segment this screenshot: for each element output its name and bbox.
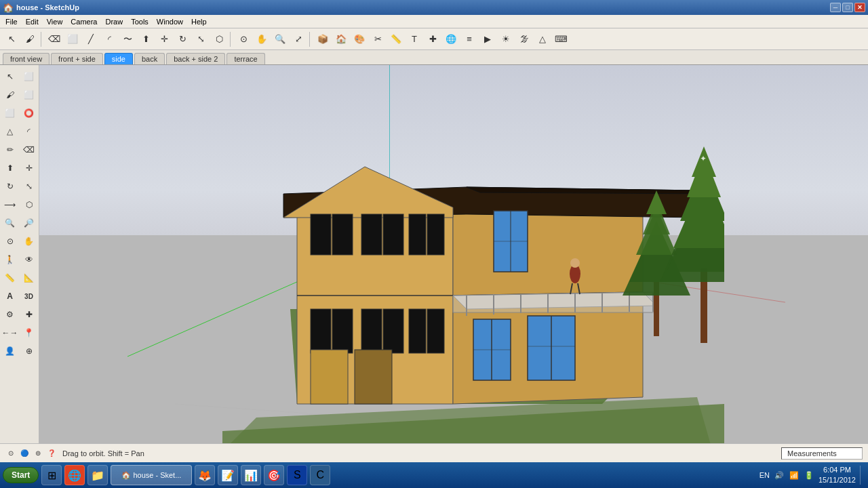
select-tool[interactable]: ↖ [3,30,20,48]
lt-pencil[interactable]: ✏ [1,141,19,159]
lt-text[interactable]: A [1,287,19,305]
viewport[interactable]: ✦ [39,65,868,443]
taskbar-cadsoft[interactable]: C [310,465,330,485]
paint-tool[interactable]: 🖌 [21,30,39,48]
lt-angle[interactable]: 📐 [20,269,38,287]
close-button[interactable]: ✕ [854,3,865,12]
eraser-tool[interactable]: ⌫ [45,30,63,48]
taskbar-icon-winexplorer[interactable]: ⊞ [41,465,62,485]
lt-offset[interactable]: ⬡ [20,196,38,214]
scale-tool[interactable]: ⤡ [192,30,210,48]
start-button[interactable]: Start [3,467,39,483]
taskbar-skype[interactable]: S [287,465,307,485]
menu-help[interactable]: Help [187,16,211,27]
zoom-tool[interactable]: 🔍 [271,30,289,48]
arc-tool[interactable]: ◜ [100,30,118,48]
taskbar-icon-explorer[interactable]: 📁 [87,465,108,485]
menu-edit[interactable]: Edit [22,16,43,27]
lt-move[interactable]: ✛ [20,159,38,177]
tab-front-side[interactable]: front + side [51,53,103,64]
freehand-tool[interactable]: 〜 [119,30,136,48]
lt-section[interactable]: ⚙ [1,306,19,323]
taskbar-icon-ie[interactable]: 🌐 [64,465,85,485]
lt-select[interactable]: ↖ [1,68,19,85]
menu-window[interactable]: Window [153,16,187,27]
scenes-btn[interactable]: ▶ [479,30,496,48]
taskbar-show-desktop[interactable] [860,466,863,485]
lt-paint-sub[interactable]: ⬜ [20,86,38,104]
tab-front-view[interactable]: front view [3,53,50,64]
maximize-button[interactable]: □ [842,3,853,12]
move-tool[interactable]: ✛ [155,30,173,48]
lt-select-sub[interactable]: ⬜ [20,68,38,85]
lt-arc[interactable]: ◜ [20,123,38,140]
make-component[interactable]: 📦 [314,30,332,48]
pan-tool[interactable]: ✋ [253,30,271,48]
rect-tool[interactable]: ⬜ [64,30,81,48]
lt-follow[interactable]: ⟶ [1,196,19,214]
lt-triangle[interactable]: △ [1,123,19,140]
tab-side[interactable]: side [104,53,133,64]
menu-file[interactable]: File [1,16,22,27]
status-icon-1[interactable]: ⊙ [5,448,16,459]
dimensions-btn[interactable]: 📏 [387,30,405,48]
status-icon-2[interactable]: 🔵 [19,448,30,459]
taskbar-battery[interactable]: 🔋 [804,470,814,481]
fog-btn[interactable]: 🌫 [515,30,533,48]
lt-person[interactable]: 👤 [1,342,19,360]
lt-sandbox[interactable]: ⊕ [20,342,38,360]
menu-view[interactable]: View [43,16,67,27]
ruby-console-btn[interactable]: ⌨ [552,30,570,48]
taskbar-network[interactable]: 📶 [789,470,800,481]
line-tool[interactable]: ╱ [82,30,100,48]
lt-pan[interactable]: ✋ [20,232,38,250]
sections-btn[interactable]: ✂ [369,30,387,48]
tab-terrace[interactable]: terrace [226,53,264,64]
facecount-btn[interactable]: △ [534,30,551,48]
lt-zoom-in[interactable]: 🔍 [1,214,19,232]
lt-dimension[interactable]: ←→ [1,324,19,342]
lt-orbit[interactable]: ⊙ [1,232,19,250]
menu-camera[interactable]: Camera [66,16,101,27]
lt-scale[interactable]: ⤡ [20,178,38,195]
tab-back[interactable]: back [134,53,165,64]
axes-btn[interactable]: ✚ [424,30,441,48]
layers-btn[interactable]: ≡ [460,30,478,48]
measurements-box[interactable]: Measurements [781,447,863,460]
taskbar-excel[interactable]: 📊 [241,465,261,485]
lt-rotate[interactable]: ↻ [1,178,19,195]
lt-location[interactable]: 📍 [20,324,38,342]
materials-btn[interactable]: 🎨 [351,30,368,48]
menu-draw[interactable]: Draw [101,16,127,27]
lt-push[interactable]: ⬆ [1,159,19,177]
taskbar-sketchup[interactable]: 🏠 house - Sket... [111,465,192,485]
lt-look[interactable]: 👁 [20,251,38,268]
lt-walk[interactable]: 🚶 [1,251,19,268]
menu-tools[interactable]: Tools [127,16,153,27]
taskbar-word[interactable]: 📝 [218,465,238,485]
status-icon-help[interactable]: ❓ [46,448,57,459]
rotate-tool[interactable]: ↻ [174,30,191,48]
orbit-tool[interactable]: ⊙ [235,30,252,48]
lt-3dtext[interactable]: 3D [20,287,38,305]
push-pull-tool[interactable]: ⬆ [137,30,155,48]
lt-paint[interactable]: 🖌 [1,86,19,104]
lt-eraser[interactable]: ⌫ [20,141,38,159]
minimize-button[interactable]: ─ [830,3,841,12]
text-btn[interactable]: T [406,30,423,48]
status-icon-3[interactable]: ⊚ [33,448,43,459]
offset-tool[interactable]: ⬡ [210,30,228,48]
taskbar-firefox[interactable]: 🦊 [195,465,215,485]
taskbar-ppt[interactable]: 🎯 [264,465,284,485]
lt-axes[interactable]: ✚ [20,306,38,323]
clock[interactable]: 6:04 PM 15/11/2012 [818,465,856,486]
lt-zoom-out[interactable]: 🔎 [20,214,38,232]
components-btn[interactable]: 🏠 [332,30,350,48]
tab-back-side-2[interactable]: back + side 2 [166,53,225,64]
lt-tape[interactable]: 📏 [1,269,19,287]
lt-circle[interactable]: ⭕ [20,104,38,122]
zoom-extents-tool[interactable]: ⤢ [290,30,307,48]
3dwarehouse-btn[interactable]: 🌐 [442,30,460,48]
taskbar-speaker[interactable]: 🔊 [774,470,785,481]
shadows-btn[interactable]: ☀ [497,30,515,48]
